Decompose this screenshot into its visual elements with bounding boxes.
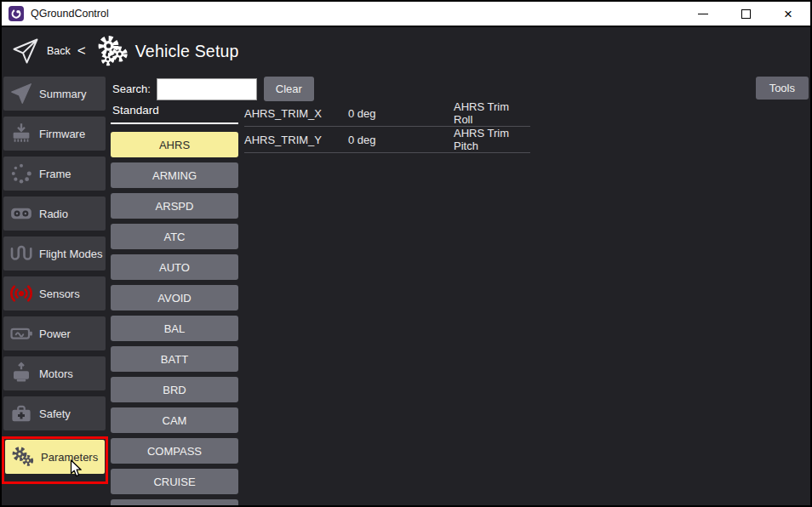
sidebar-item-label: Flight Modes [39, 248, 102, 260]
search-row: Search: Clear [112, 77, 314, 101]
sidebar-item-flight-modes[interactable]: Flight Modes [3, 236, 106, 271]
paper-plane-icon [6, 79, 37, 108]
tools-button[interactable]: Tools [756, 77, 809, 100]
clear-button[interactable]: Clear [264, 77, 314, 101]
parameter-description: AHRS Trim Pitch [454, 127, 530, 152]
sidebar-item-label: Parameters [41, 451, 98, 464]
flight-modes-wave-icon [6, 239, 37, 268]
parameter-description: AHRS Trim Roll [454, 100, 530, 126]
battery-icon [6, 319, 37, 348]
qgroundcontrol-logo-icon [9, 6, 24, 21]
parameter-table: AHRS_TRIM_X 0 deg AHRS Trim Roll AHRS_TR… [244, 100, 530, 153]
maximize-button[interactable] [737, 3, 754, 24]
paper-plane-icon[interactable] [10, 36, 41, 66]
category-arming[interactable]: ARMING [111, 162, 238, 188]
sidebar-item-frame[interactable]: Frame [3, 157, 106, 191]
sidebar-item-label: Radio [39, 208, 68, 220]
sidebar-item-label: Power [39, 328, 71, 340]
category-group-standard[interactable]: Standard [111, 104, 238, 121]
category-ahrs[interactable]: AHRS [111, 132, 238, 157]
table-row[interactable]: AHRS_TRIM_X 0 deg AHRS Trim Roll [244, 100, 530, 127]
motor-icon [6, 359, 37, 388]
parameter-name: AHRS_TRIM_Y [244, 134, 348, 146]
page-title: Vehicle Setup [135, 42, 239, 61]
category-arspd[interactable]: ARSPD [111, 193, 238, 219]
sidebar-item-label: Summary [39, 88, 87, 100]
category-group-underline [111, 122, 238, 124]
sidebar-item-label: Safety [39, 407, 71, 420]
category-bal[interactable]: BAL [111, 316, 238, 341]
category-compass[interactable]: COMPASS [111, 438, 238, 464]
category-brd[interactable]: BRD [111, 377, 238, 402]
vehicle-setup-header: Back < Vehicle Setup [2, 27, 810, 75]
category-cruise[interactable]: CRUISE [111, 469, 238, 494]
search-input[interactable] [157, 78, 257, 100]
sidebar-item-summary[interactable]: Summary [3, 77, 106, 111]
sidebar-item-label: Sensors [39, 288, 80, 300]
radio-icon [6, 199, 37, 228]
setup-sidebar: Summary Firmware [2, 75, 111, 505]
minimize-icon [698, 14, 708, 14]
sidebar-item-label: Frame [39, 168, 71, 180]
maximize-icon [741, 9, 751, 19]
sidebar-item-parameters[interactable]: Parameters [5, 440, 105, 474]
parameters-panel: Search: Clear Tools Standard AHRS ARMING… [111, 75, 810, 505]
close-button[interactable]: × [780, 3, 797, 24]
parameters-selection-highlight: Parameters [2, 436, 108, 484]
sidebar-item-label: Motors [39, 367, 73, 380]
vehicle-setup-gears-icon [94, 33, 129, 69]
sidebar-item-radio[interactable]: Radio [3, 197, 106, 231]
minimize-button[interactable] [695, 3, 712, 24]
sidebar-item-power[interactable]: Power [3, 316, 106, 350]
app-window: QGroundControl × Back < [0, 0, 812, 507]
frame-dots-icon [6, 159, 37, 188]
category-atc[interactable]: ATC [111, 224, 238, 249]
search-label: Search: [112, 83, 151, 95]
parameter-value: 0 deg [348, 134, 454, 146]
sidebar-item-safety[interactable]: Safety [3, 396, 106, 430]
table-row[interactable]: AHRS_TRIM_Y 0 deg AHRS Trim Pitch [244, 127, 530, 153]
category-avoid[interactable]: AVOID [111, 285, 238, 310]
sensors-signal-icon [6, 279, 37, 308]
category-partial[interactable] [111, 499, 238, 505]
gears-icon [8, 442, 38, 471]
category-list: Standard AHRS ARMING ARSPD ATC AUTO AVOI… [111, 104, 238, 505]
content-area: Summary Firmware [2, 75, 810, 505]
titlebar: QGroundControl × [2, 2, 810, 27]
sidebar-item-sensors[interactable]: Sensors [3, 276, 106, 310]
sidebar-item-label: Firmware [39, 128, 85, 140]
safety-toolbox-icon [6, 399, 37, 428]
back-button[interactable]: Back [47, 45, 71, 57]
sidebar-item-motors[interactable]: Motors [3, 356, 106, 390]
parameter-value: 0 deg [348, 107, 454, 120]
category-auto[interactable]: AUTO [111, 254, 238, 280]
window-title: QGroundControl [31, 8, 109, 20]
breadcrumb-separator: < [77, 43, 86, 60]
category-batt[interactable]: BATT [111, 346, 238, 372]
parameter-name: AHRS_TRIM_X [244, 107, 348, 120]
category-cam[interactable]: CAM [111, 407, 238, 433]
close-icon: × [784, 7, 792, 21]
firmware-download-icon [6, 119, 37, 148]
sidebar-item-firmware[interactable]: Firmware [3, 117, 106, 151]
